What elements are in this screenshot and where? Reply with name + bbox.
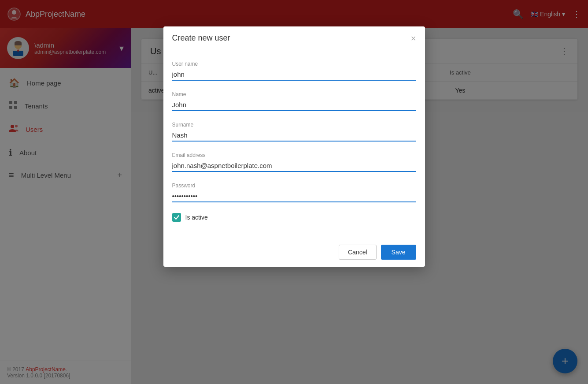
checkmark-icon [174,214,180,220]
name-label: Name [172,91,416,97]
password-label: Password [172,183,416,189]
modal-header: Create new user × [163,26,425,50]
modal-overlay: Create new user × User name Name Surname… [0,0,588,384]
is-active-checkbox[interactable] [172,213,181,222]
is-active-group: Is active [172,213,416,222]
username-input[interactable] [172,69,416,81]
email-input[interactable] [172,160,416,172]
cancel-button[interactable]: Cancel [339,245,377,260]
modal-close-button[interactable]: × [411,34,416,43]
surname-input[interactable] [172,130,416,142]
modal-title: Create new user [172,34,230,43]
password-input[interactable] [172,190,416,202]
username-label: User name [172,61,416,67]
modal-body: User name Name Surname Email address Pas… [163,50,425,239]
password-field-group: Password [172,183,416,202]
username-field-group: User name [172,61,416,81]
name-input[interactable] [172,99,416,111]
save-button[interactable]: Save [381,245,416,260]
surname-field-group: Surname [172,122,416,142]
name-field-group: Name [172,91,416,111]
surname-label: Surname [172,122,416,128]
is-active-label: Is active [185,214,208,221]
email-field-group: Email address [172,152,416,172]
modal-footer: Cancel Save [163,239,425,267]
create-user-modal: Create new user × User name Name Surname… [163,26,425,267]
email-label: Email address [172,152,416,158]
